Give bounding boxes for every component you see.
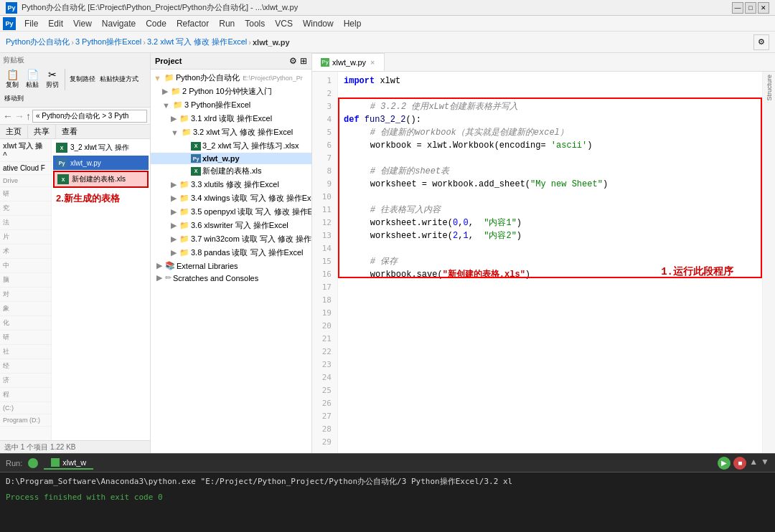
forward-btn[interactable]: → xyxy=(14,110,24,122)
breadcrumb-level1[interactable]: 3 Python操作Excel xyxy=(75,37,141,47)
clipboard-section-label: 剪贴板 xyxy=(3,55,147,66)
tree-item-36[interactable]: ▶ 📁 3.6 xlswriter 写入 操作Excel xyxy=(151,219,311,232)
nav-section-header: xlwt 写入 操 ^ xyxy=(0,139,51,162)
tree-item-xlsx[interactable]: X 3_2 xlwt 写入 操作练习.xlsx xyxy=(151,139,311,153)
cut-btn[interactable]: ✂ 剪切 xyxy=(43,67,62,91)
code-line-20 xyxy=(344,320,756,333)
file-item-py[interactable]: Py xlwt_w.py xyxy=(53,156,149,170)
file-item-xlsx[interactable]: X 3_2 xlwt 写入 操作 xyxy=(53,141,149,155)
minimize-btn[interactable]: — xyxy=(732,2,743,14)
tab-home[interactable]: 主页 xyxy=(0,125,28,138)
file-item-xls-highlighted[interactable]: X 新创建的表格.xls xyxy=(53,171,149,188)
explorer-toolbar: 剪贴板 📋 复制 📄 粘贴 ✂ 剪切 复制路径 粘贴快捷方式 移动到 xyxy=(0,53,150,108)
copy-btn[interactable]: 📋 复制 xyxy=(3,67,22,91)
tree-item-35[interactable]: ▶ 📁 3.5 openpyxl 读取 写入 修改 操作E xyxy=(151,205,311,219)
terminal-command-line: D:\Program_Software\Anaconda3\python.exe… xyxy=(6,475,769,488)
menu-navigate[interactable]: Navigate xyxy=(98,17,140,30)
nav-item-cloud[interactable]: ative Cloud F xyxy=(0,162,51,175)
terminal-scroll-up[interactable]: ▲ xyxy=(749,457,758,470)
menu-window[interactable]: Window xyxy=(299,17,338,30)
terminal-stop-btn[interactable]: ■ xyxy=(733,457,746,470)
tree-item-34[interactable]: ▶ 📁 3.4 xlwings 读取 写入 修改 操作Excel xyxy=(151,191,311,205)
back-btn[interactable]: ← xyxy=(3,110,13,122)
tree-expand-btn[interactable]: ⊞ xyxy=(300,56,307,66)
terminal-output-line: Process finished with exit code 0 xyxy=(6,491,769,504)
maximize-btn[interactable]: □ xyxy=(745,2,756,14)
menu-help[interactable]: Help xyxy=(339,17,366,30)
terminal-tab-xlwt[interactable]: xlwt_w xyxy=(44,457,93,470)
tree-item-section3[interactable]: ▼ 📁 3 Python操作Excel xyxy=(151,98,311,112)
tree-item-31[interactable]: ▶ 📁 3.1 xlrd 读取 操作Excel xyxy=(151,112,311,125)
menu-vcs[interactable]: VCS xyxy=(271,17,297,30)
tree-item-xls[interactable]: X 新创建的表格.xls xyxy=(151,164,311,178)
address-bar[interactable]: « Python办公自动化 > 3 Pyth xyxy=(32,110,147,123)
tab-close-icon[interactable]: × xyxy=(370,58,375,67)
explorer-status: 选中 1 个项目 1.22 KB xyxy=(0,440,150,453)
project-tree: Project ⚙ ⊞ ▼ 📁 Python办公自动化 E:\Project\P… xyxy=(151,53,312,453)
menu-view[interactable]: View xyxy=(69,17,96,30)
paste-btn[interactable]: 📄 粘贴 xyxy=(23,67,42,91)
menu-refactor[interactable]: Refactor xyxy=(172,17,213,30)
toolbar-action-btn1[interactable]: ⚙ xyxy=(753,34,769,50)
window-title: Python办公自动化 [E:\Project\Python_Project/P… xyxy=(22,2,298,13)
code-line-21 xyxy=(344,333,756,346)
tree-item-33[interactable]: ▶ 📁 3.3 xlutils 修改 操作Excel xyxy=(151,178,311,191)
code-line-3: # 3.2.2 使用xLwt创建新表格并写入 xyxy=(344,100,756,113)
tab-view[interactable]: 查看 xyxy=(56,125,83,138)
menu-bar: Py File Edit View Navigate Code Refactor… xyxy=(0,16,775,32)
annotation-label1: 1.运行此段程序 xyxy=(661,265,733,278)
tree-item-38[interactable]: ▶ 📁 3.8 pandas 读取 写入 操作Excel xyxy=(151,246,311,260)
menu-file[interactable]: File xyxy=(20,17,42,30)
line-numbers: 1 2 3 4 5 6 7 8 9 10 11 12 13 14 xyxy=(312,72,338,453)
ide-editor: Py xlwt_w.py × 1 2 3 4 5 6 7 xyxy=(312,53,775,453)
menu-tools[interactable]: Tools xyxy=(240,17,269,30)
tree-content: ▼ 📁 Python办公自动化 E:\Project\Python_Pr ▶ 📁… xyxy=(151,70,311,453)
tree-settings-btn[interactable]: ⚙ xyxy=(289,56,297,66)
code-line-28 xyxy=(344,423,756,436)
tree-item-32[interactable]: ▼ 📁 3.2 xlwt 写入 修改 操作Excel xyxy=(151,125,311,139)
code-line-11: # 往表格写入内容 xyxy=(344,204,756,217)
code-editor-content[interactable]: import xlwt # 3.2.2 使用xLwt创建新表格并写入 def f… xyxy=(338,72,762,453)
code-line-13: worksheet.write(2,1, "内容2") xyxy=(344,229,756,242)
tree-item-37[interactable]: ▶ 📁 3.7 win32com 读取 写入 修改 操作 xyxy=(151,232,311,246)
menu-code[interactable]: Code xyxy=(141,17,171,30)
code-line-22 xyxy=(344,346,756,358)
tab-share[interactable]: 共享 xyxy=(28,125,56,138)
tree-item-root[interactable]: ▼ 📁 Python办公自动化 E:\Project\Python_Pr xyxy=(151,71,311,85)
tree-item-scratches[interactable]: ▶ ✏ Scratches and Consoles xyxy=(151,272,311,284)
menu-run[interactable]: Run xyxy=(215,17,239,30)
tree-item-section2[interactable]: ▶ 📁 2 Python 10分钟快速入门 xyxy=(151,85,311,98)
tree-item-ext[interactable]: ▶ 📚 External Libraries xyxy=(151,260,311,272)
app-logo: Py xyxy=(6,2,17,14)
project-tree-header: Project ⚙ ⊞ xyxy=(151,53,311,70)
title-bar: Py Python办公自动化 [E:\Project\Python_Projec… xyxy=(0,0,775,16)
app-icon: Py xyxy=(3,17,16,30)
ide-tab-xlwt[interactable]: Py xlwt_w.py × xyxy=(312,53,385,71)
code-line-10 xyxy=(344,191,756,204)
move-to-btn[interactable]: 移动到 xyxy=(3,92,25,105)
menu-edit[interactable]: Edit xyxy=(44,17,67,30)
code-line-5: # 创建新的workbook（其实就是创建新的excel） xyxy=(344,126,756,139)
file-list: X 3_2 xlwt 写入 操作 Py xlwt_w.py X 新创建的表格.x… xyxy=(52,139,150,440)
breadcrumb-root[interactable]: Python办公自动化 xyxy=(6,37,70,47)
up-btn[interactable]: ↑ xyxy=(26,110,31,122)
paste-shortcut-btn[interactable]: 粘贴快捷方式 xyxy=(98,73,140,85)
copy-path-btn[interactable]: 复制路径 xyxy=(68,73,97,85)
code-line-6: workbook = xlwt.Workbook(encoding= 'asci… xyxy=(344,139,756,152)
ide-toolbar: Python办公自动化 › 3 Python操作Excel › 3.2 xlwt… xyxy=(0,32,775,53)
terminal-scroll-down[interactable]: ▼ xyxy=(761,457,769,470)
code-line-7 xyxy=(344,152,756,165)
terminal-run-label: Run: xyxy=(6,459,22,467)
code-line-23 xyxy=(344,358,756,371)
run-indicator xyxy=(28,458,38,468)
structure-label: Structure xyxy=(766,75,773,101)
structure-sidebar[interactable]: Structure xyxy=(762,72,775,453)
close-btn[interactable]: ✕ xyxy=(758,2,769,14)
breadcrumb-level2[interactable]: 3.2 xlwt 写入 修改 操作Excel xyxy=(147,37,247,47)
breadcrumb: Python办公自动化 › 3 Python操作Excel › 3.2 xlwt… xyxy=(6,37,290,47)
code-line-14 xyxy=(344,242,756,255)
terminal-run-btn[interactable]: ▶ xyxy=(718,457,731,470)
tree-item-py[interactable]: Py xlwt_w.py xyxy=(151,153,311,164)
code-line-19 xyxy=(344,307,756,320)
code-line-2 xyxy=(344,87,756,100)
